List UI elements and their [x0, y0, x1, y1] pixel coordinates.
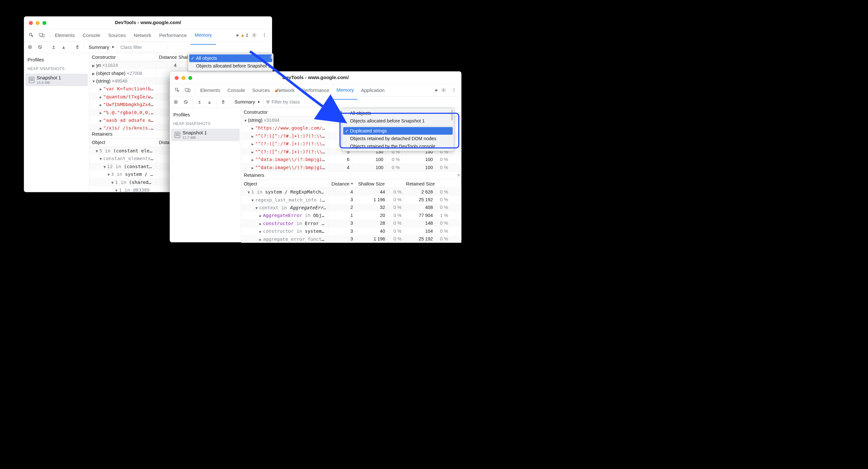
view-mode-dropdown[interactable]: Summary ▼ — [87, 43, 116, 51]
tabs-overflow-icon[interactable]: » — [236, 32, 239, 38]
snapshot-name: Snapshot 1 — [183, 130, 207, 136]
filter-option-before-snapshot[interactable]: Objects allocated before Snapshot 1 — [342, 117, 454, 125]
retainers-cols: Object Distance▲ Shallow Size Retained S… — [241, 180, 461, 188]
more-menu-icon[interactable]: ⋮ — [260, 31, 269, 38]
warning-icon: ▲ — [241, 33, 245, 38]
retainers-menu-icon[interactable]: ≡ — [458, 173, 460, 177]
snapshot-file-icon — [29, 77, 34, 83]
annotation-arrow — [246, 48, 348, 125]
col-distance[interactable]: Distance▲ — [329, 180, 355, 188]
filter-option-duplicated-strings[interactable]: ✓ Duplicated strings — [343, 127, 453, 135]
table-row[interactable]: ▶aggregate_error_function31 1960 %25 192… — [241, 235, 461, 243]
save-icon[interactable] — [59, 43, 68, 51]
svg-point-10 — [175, 101, 176, 102]
svg-point-2 — [253, 34, 255, 36]
save-icon[interactable] — [205, 98, 214, 106]
snapshot-size: 11.7 MB — [183, 136, 207, 140]
profiles-sidebar: Profiles HEAP SNAPSHOTS Snapshot 1 11.7 … — [169, 108, 241, 243]
load-icon[interactable] — [195, 98, 204, 106]
gc-icon[interactable] — [73, 43, 82, 51]
retainers-header: Retainers ≡ — [241, 171, 461, 180]
tab-performance[interactable]: Performance — [155, 26, 190, 45]
window-minimize-button[interactable] — [182, 76, 185, 80]
settings-icon[interactable] — [250, 31, 258, 38]
check-icon: ✓ — [345, 128, 349, 134]
window-title: DevTools - www.google.com/ — [24, 20, 272, 25]
table-row[interactable]: ▶AggregateError in Object1200 %77 9041 % — [241, 211, 461, 219]
window-minimize-button[interactable] — [36, 21, 39, 25]
tab-console[interactable]: Console — [224, 81, 249, 99]
tab-memory[interactable]: Memory — [190, 26, 216, 45]
more-menu-icon[interactable]: ⋮ — [450, 86, 458, 93]
svg-point-8 — [443, 89, 444, 91]
scrollbar[interactable] — [451, 110, 453, 120]
inspect-element-icon[interactable] — [27, 31, 36, 38]
view-mode-label: Summary — [89, 45, 109, 50]
tab-sources[interactable]: Sources — [104, 26, 129, 45]
class-filter-placeholder: Class filter — [121, 45, 142, 50]
snapshot-size: 15.8 MB — [37, 81, 61, 85]
table-row[interactable]: ▶constructor in system / M3400 %1040 % — [241, 227, 461, 235]
window-close-button[interactable] — [175, 76, 179, 80]
heap-snapshots-heading: HEAP SNAPSHOTS — [169, 121, 241, 128]
tab-application[interactable]: Application — [358, 81, 389, 99]
profiles-heading: Profiles — [24, 53, 89, 66]
check-icon: ✓ — [191, 56, 195, 61]
tab-network[interactable]: Network — [130, 26, 155, 45]
window-zoom-button[interactable] — [42, 21, 46, 25]
clear-icon[interactable] — [36, 43, 44, 51]
clear-icon[interactable] — [182, 98, 190, 106]
window-close-button[interactable] — [29, 21, 33, 25]
snapshot-name: Snapshot 1 — [37, 75, 61, 81]
profiles-sidebar: Profiles HEAP SNAPSHOTS Snapshot 1 15.8 … — [24, 53, 89, 193]
settings-icon[interactable] — [439, 86, 448, 93]
table-row[interactable]: ▶"^data:image\\/(?:bmp|gif|jpeg61000 %10… — [241, 155, 461, 163]
col-object[interactable]: Object — [241, 180, 329, 188]
device-toggle-icon[interactable] — [183, 86, 192, 93]
col-constructor[interactable]: Constructor — [89, 53, 156, 61]
warnings-count: 2 — [246, 33, 248, 38]
col-distance[interactable]: Distance — [156, 53, 176, 61]
svg-rect-0 — [39, 33, 42, 36]
filter-option-console-retained[interactable]: Objects retained by the DevTools console — [342, 142, 454, 150]
inspect-element-icon[interactable] — [173, 86, 182, 93]
snapshot-file-icon — [175, 132, 180, 138]
devtools-tabs: Elements Console Sources Network Perform… — [24, 29, 272, 41]
tab-elements[interactable]: Elements — [196, 81, 224, 99]
col-shallow[interactable]: Shallow Size — [355, 180, 403, 188]
window-zoom-button[interactable] — [188, 76, 192, 80]
load-icon[interactable] — [50, 43, 58, 51]
filter-option-all[interactable]: All objects — [342, 109, 454, 117]
menu-divider — [342, 126, 454, 126]
svg-point-4 — [29, 46, 31, 48]
chevron-down-icon: ▼ — [112, 45, 115, 49]
profiles-heading: Profiles — [169, 108, 241, 121]
device-toggle-icon[interactable] — [38, 31, 46, 38]
tabs-overflow-icon[interactable]: » — [435, 87, 437, 93]
filter-option-detached-dom[interactable]: Objects retained by detached DOM nodes — [342, 135, 454, 142]
filter-dropdown[interactable]: All objects Objects allocated before Sna… — [342, 108, 454, 151]
record-icon[interactable] — [172, 98, 180, 106]
gc-icon[interactable] — [219, 98, 228, 106]
snapshot-item[interactable]: Snapshot 1 11.7 MB — [171, 128, 240, 141]
warnings-badge[interactable]: ▲ 2 — [241, 33, 248, 38]
svg-rect-1 — [42, 34, 44, 37]
table-row[interactable]: ▼regexp_last_match_info in sys31 1960 %2… — [241, 196, 461, 203]
col-object[interactable]: Object — [89, 139, 156, 147]
table-row[interactable]: ▼1 in system / RegExpMatchInfo @4440 %2 … — [241, 188, 461, 196]
col-retained[interactable]: Retained Size — [403, 180, 450, 188]
snapshot-item[interactable]: Snapshot 1 15.8 MB — [25, 74, 88, 86]
table-row[interactable]: ▼context in AggregateError()2320 %4080 % — [241, 204, 461, 211]
record-icon[interactable] — [26, 43, 34, 51]
svg-rect-7 — [188, 89, 190, 92]
table-row[interactable]: ▶"^data:image\\/(?:bmp|gif|jpeg41000 %10… — [241, 163, 461, 171]
svg-rect-6 — [185, 88, 188, 91]
tab-elements[interactable]: Elements — [51, 26, 79, 45]
heap-snapshots-heading: HEAP SNAPSHOTS — [24, 66, 89, 73]
tab-console[interactable]: Console — [79, 26, 104, 45]
table-row[interactable]: ▶constructor in Error @5413280 %1480 % — [241, 219, 461, 227]
